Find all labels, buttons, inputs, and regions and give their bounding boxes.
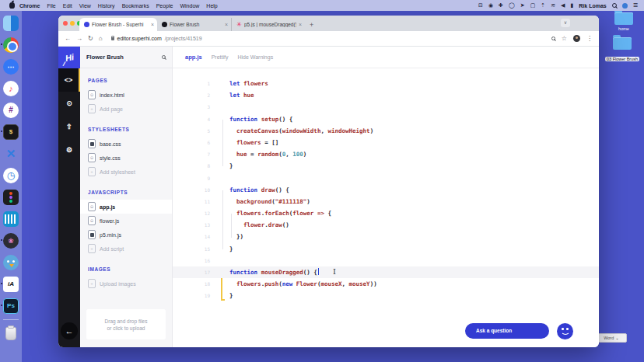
file-item-flower-js[interactable]: ☺flower.js [80, 214, 172, 228]
bookmark-star-icon[interactable]: ☆ [562, 35, 567, 42]
code-line[interactable]: 13 flower.draw() [173, 219, 599, 231]
wifi-icon[interactable]: ≋ [551, 0, 555, 11]
browser-tab[interactable]: Flower Brush - Superhi× [79, 18, 157, 31]
dock-messages-icon[interactable]: ⋯ [3, 58, 19, 75]
spotlight-search-icon[interactable] [612, 3, 617, 8]
minimize-window-button[interactable] [70, 21, 75, 26]
superhi-logo[interactable]: Hi [58, 47, 80, 68]
file-item-index-html[interactable]: ☺index.html [80, 88, 172, 102]
tab-close-icon[interactable]: × [225, 22, 228, 27]
apple-logo-icon[interactable] [9, 2, 15, 9]
monitor-icon[interactable]: ▢ [530, 0, 536, 11]
dock-music-bars-icon[interactable] [3, 211, 19, 227]
address-bar[interactable]: editor.superhi.com/projects/41519 [111, 36, 546, 41]
zoom-icon[interactable] [551, 37, 555, 40]
upload-icon[interactable]: ⇡ [541, 0, 545, 11]
menu-window[interactable]: Window [180, 3, 199, 9]
back-icon[interactable]: ← [65, 35, 71, 42]
code-line[interactable]: 14 }) [173, 231, 599, 242]
dock-slack-icon[interactable]: # [3, 102, 19, 118]
code-line[interactable]: 17function mouseDragged() { [173, 266, 599, 278]
code-line[interactable]: 18 flowers.push(new Flower(mouseX, mouse… [173, 278, 599, 290]
dock-clock-icon[interactable]: ◷ [3, 167, 19, 183]
shield-icon[interactable]: ✚ [499, 0, 503, 11]
code-line[interactable]: 12 flowers.forEach(flower => { [173, 207, 599, 219]
file-item-app-js[interactable]: ☺app.js [80, 200, 172, 214]
desktop-folder-flower-brush[interactable]: 03 Flower Brush [605, 37, 639, 64]
dock-figma-icon[interactable] [3, 189, 19, 205]
dock-music-icon[interactable]: ♪ [3, 80, 19, 96]
code-line[interactable]: 9 [173, 172, 599, 184]
code-line[interactable]: 10function draw() { [173, 184, 599, 196]
dock-twitter-icon[interactable] [3, 254, 19, 270]
code-line[interactable]: 15} [173, 243, 599, 255]
file-item-add-stylesheet[interactable]: +Add stylesheet [80, 165, 172, 179]
menu-file[interactable]: File [47, 3, 55, 9]
code-line[interactable]: 1let flowers [173, 78, 599, 89]
dock-photoshop-icon[interactable]: Ps [3, 298, 19, 314]
display-icon[interactable]: ⊟ [478, 0, 483, 11]
code-line[interactable]: 8} [173, 160, 599, 172]
search-icon[interactable] [162, 55, 166, 59]
code-view-icon[interactable]: <> [58, 68, 80, 92]
dock-vscode-icon[interactable]: ✕ [3, 145, 19, 162]
kebab-menu-icon[interactable]: ⋮ [586, 35, 593, 42]
desktop-folder-home[interactable]: home [607, 12, 641, 31]
dock-dark-app-icon[interactable]: ❀ [3, 232, 19, 249]
menu-bookmarks[interactable]: Bookmarks [122, 3, 149, 9]
code-line[interactable]: 19} [173, 290, 599, 301]
share-upload-icon[interactable]: ⇧ [58, 115, 80, 138]
dock-finder-icon[interactable] [3, 15, 19, 31]
reload-icon[interactable]: ↻ [88, 35, 93, 42]
code-editor[interactable]: 1let flowers2let hue34function setup() {… [173, 68, 599, 347]
menu-people[interactable]: People [156, 3, 173, 9]
avatar[interactable] [573, 35, 580, 42]
file-item-base-css[interactable]: base.css [80, 137, 172, 151]
menu-app-name[interactable]: Chrome [19, 3, 40, 9]
code-line[interactable]: 11 background("#111118") [173, 196, 599, 207]
browser-tab[interactable]: ✳p5.js | mouseDragged()× [231, 18, 305, 31]
menu-view[interactable]: View [79, 3, 91, 9]
settings-gear-icon[interactable]: ⚙ [58, 138, 80, 162]
file-item-style-css[interactable]: ☺style.css [80, 151, 172, 165]
preview-eye-icon[interactable]: ⊙ [58, 92, 80, 115]
ask-question-button[interactable]: Ask a question [465, 323, 549, 339]
close-window-button[interactable] [63, 21, 68, 26]
file-item-upload-images[interactable]: +Upload images [80, 277, 172, 291]
new-tab-button[interactable]: + [310, 21, 313, 29]
code-line[interactable]: 4function setup() { [173, 113, 599, 125]
pointer-icon[interactable]: ➤ [520, 0, 525, 11]
code-line[interactable]: 2let hue [173, 89, 599, 101]
file-item-add-page[interactable]: +Add page [80, 102, 172, 116]
volume-icon[interactable]: ◀ [561, 0, 565, 11]
battery-icon[interactable]: ▮ [570, 0, 573, 11]
menu-history[interactable]: History [98, 3, 115, 9]
home-icon[interactable]: ⌂ [99, 35, 103, 42]
tabstrip-chevron-icon[interactable]: ∨ [561, 19, 570, 27]
upload-dropzone[interactable]: Drag and drop files or click to upload [86, 309, 166, 339]
menu-edit[interactable]: Edit [63, 3, 72, 9]
word-window-fragment[interactable]: Word ⌄ [596, 333, 627, 343]
menu-help[interactable]: Help [206, 3, 217, 9]
circle-icon[interactable]: ◯ [509, 0, 515, 11]
menu-user-name[interactable]: Rik Lomas [579, 3, 606, 9]
record-icon[interactable]: ◉ [488, 0, 493, 11]
tab-close-icon[interactable]: × [299, 22, 302, 27]
back-button[interactable]: ← [61, 322, 78, 339]
tab-close-icon[interactable]: × [151, 22, 154, 27]
code-line[interactable]: 6 flowers = [] [173, 137, 599, 148]
code-line[interactable]: 16 [173, 255, 599, 266]
smiley-help-icon[interactable] [557, 323, 573, 339]
browser-tab[interactable]: Flower Brush× [157, 18, 231, 31]
dock-terminal-icon[interactable]: $ [3, 124, 19, 140]
code-line[interactable]: 7 hue = random(0, 100) [173, 148, 599, 160]
dock-ia-writer-icon[interactable]: iA [3, 276, 19, 292]
prettify-button[interactable]: Prettify [212, 54, 229, 60]
hide-warnings-button[interactable]: Hide Warnings [237, 54, 273, 60]
file-item-add-script[interactable]: +Add script [80, 242, 172, 256]
code-line[interactable]: 3 [173, 101, 599, 113]
dock-chrome-icon[interactable] [3, 37, 19, 53]
file-item-p5-min-js[interactable]: p5.min.js [80, 228, 172, 242]
forward-icon[interactable]: → [76, 35, 82, 42]
dock-trash-icon[interactable] [3, 325, 19, 342]
